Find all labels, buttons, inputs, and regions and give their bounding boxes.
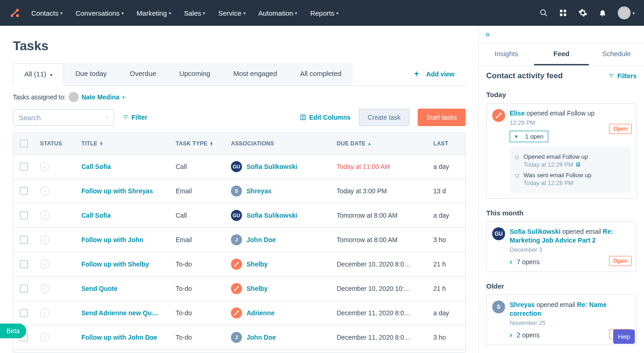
feed-section-today: Today — [486, 86, 637, 103]
notifications-icon[interactable] — [598, 9, 607, 17]
search-icon[interactable] — [540, 9, 548, 17]
status-toggle[interactable] — [40, 260, 49, 269]
row-checkbox[interactable] — [20, 309, 28, 317]
feed-filters-button[interactable]: Filters — [608, 72, 637, 80]
task-title-link[interactable]: Follow up with John — [81, 236, 144, 243]
svg-rect-5 — [564, 10, 566, 12]
row-checkbox[interactable] — [20, 187, 28, 195]
expand-icon[interactable]: › — [510, 331, 512, 339]
status-toggle[interactable] — [40, 162, 49, 171]
task-title-link[interactable]: Call Sofia — [81, 163, 111, 170]
chevron-down-icon: ▾ — [50, 72, 52, 77]
toolbar: Filter Edit Columns Create task Start ta… — [13, 109, 466, 133]
beta-button[interactable]: Beta — [0, 324, 26, 338]
expand-icon[interactable]: › — [510, 258, 512, 266]
chevron-down-icon: ▾ — [169, 11, 171, 16]
view-tab[interactable]: Upcoming — [168, 63, 222, 85]
task-type: To-do — [170, 252, 225, 276]
association-link[interactable]: Sofia Sulikowski — [247, 163, 297, 170]
feed-text: Sofia Sulikowski opened email Re: Market… — [510, 227, 631, 245]
open-count-dropdown[interactable]: ▾ 1 open — [510, 131, 548, 142]
view-tab[interactable]: Due today — [64, 63, 118, 85]
last-cell: 13 d — [428, 179, 465, 203]
nav-item-marketing[interactable]: Marketing ▾ — [137, 9, 171, 17]
status-toggle[interactable] — [40, 186, 49, 196]
association-link[interactable]: Shelby — [247, 260, 268, 268]
nav-item-sales[interactable]: Sales ▾ — [184, 9, 206, 17]
collapse-panel-icon[interactable]: » — [485, 29, 490, 39]
nav-item-automation[interactable]: Automation ▾ — [259, 9, 298, 17]
nav-item-conversations[interactable]: Conversations ▾ — [75, 9, 124, 17]
row-checkbox[interactable] — [20, 260, 28, 268]
right-panel-tab-feed[interactable]: Feed — [534, 43, 589, 65]
right-panel-tab-schedule[interactable]: Schedule — [589, 43, 644, 65]
row-checkbox[interactable] — [20, 284, 28, 293]
contact-link[interactable]: Elise — [510, 110, 525, 117]
help-button[interactable]: Help — [613, 330, 635, 344]
avatar — [492, 109, 505, 122]
association-link[interactable]: Shelby — [247, 285, 268, 292]
open-badge[interactable]: Open — [609, 256, 632, 266]
task-title-link[interactable]: Call Sofia — [81, 212, 111, 219]
svg-rect-9 — [301, 115, 306, 120]
contact-link[interactable]: Sofia Sulikowski — [510, 228, 560, 235]
svg-rect-7 — [564, 14, 566, 16]
row-checkbox[interactable] — [20, 162, 28, 171]
assigned-user-picker[interactable]: Nate Medina ▾ — [69, 92, 124, 102]
header-associations[interactable]: ASSOCIATIONS — [225, 133, 331, 154]
timeline-text: Opened email Follow up — [523, 153, 588, 160]
header-task-type[interactable]: TASK TYPE▲▼ — [170, 133, 225, 154]
status-toggle[interactable] — [40, 308, 49, 318]
task-title-link[interactable]: Follow up with Shreyas — [81, 187, 153, 195]
marketplace-icon[interactable] — [559, 9, 567, 17]
view-tab[interactable]: All completed — [288, 63, 353, 85]
task-title-link[interactable]: Send Adrienne new Qu… — [81, 309, 158, 317]
task-type: To-do — [170, 301, 225, 325]
task-type: Email — [170, 228, 225, 252]
association-link[interactable]: John Doe — [247, 334, 276, 341]
header-title[interactable]: TITLE▲▼ — [76, 133, 170, 154]
due-date: December 10, 2020 10:… — [331, 277, 428, 301]
header-last[interactable]: LAST — [428, 133, 465, 154]
create-task-button[interactable]: Create task — [359, 109, 409, 126]
nav-item-contacts[interactable]: Contacts ▾ — [31, 9, 63, 17]
status-toggle[interactable] — [40, 284, 49, 293]
association-link[interactable]: Shreyas — [247, 187, 271, 195]
edit-columns-button[interactable]: Edit Columns — [300, 114, 351, 121]
settings-icon[interactable] — [578, 8, 587, 17]
contact-link[interactable]: Shreyas — [510, 301, 535, 308]
header-due-date[interactable]: DUE DATE▲ — [331, 133, 428, 154]
table-row: Follow up with LarryTo-doLLarryDecember … — [13, 350, 465, 353]
filter-button[interactable]: Filter — [122, 114, 147, 121]
row-checkbox[interactable] — [20, 211, 28, 220]
right-panel-tab-insights[interactable]: Insights — [479, 43, 534, 65]
view-tab[interactable]: All (11) ▾ — [13, 63, 64, 86]
nav-item-reports[interactable]: Reports ▾ — [310, 9, 339, 17]
view-tab[interactable]: Overdue — [118, 63, 168, 85]
table-row: Follow up with ShelbyTo-doShelbyDecember… — [13, 252, 465, 277]
chevron-down-icon: ▾ — [295, 11, 297, 16]
user-menu[interactable]: ▾ — [618, 6, 635, 19]
right-panel-tabs: InsightsFeedSchedule — [479, 43, 644, 66]
status-toggle[interactable] — [40, 235, 49, 244]
task-title-link[interactable]: Follow up with Shelby — [81, 260, 149, 268]
nav-item-service[interactable]: Service ▾ — [218, 9, 245, 17]
open-badge[interactable]: Open — [609, 124, 632, 134]
search-box[interactable] — [13, 109, 114, 126]
association-link[interactable]: Adrienne — [247, 309, 275, 317]
task-title-link[interactable]: Send Quote — [81, 285, 118, 292]
feed-title: Contact activity feed — [486, 71, 563, 81]
header-status[interactable]: STATUS — [34, 133, 76, 154]
last-cell: 3 ho — [428, 325, 465, 349]
view-tab[interactable]: Most engaged — [222, 63, 288, 85]
status-toggle[interactable] — [40, 211, 49, 220]
task-title-link[interactable]: Follow up with John Doe — [81, 334, 157, 341]
status-toggle[interactable] — [40, 333, 49, 342]
association-link[interactable]: John Doe — [247, 236, 276, 243]
association-link[interactable]: Sofia Sulikowski — [247, 212, 297, 219]
row-checkbox[interactable] — [20, 236, 28, 244]
start-tasks-button[interactable]: Start tasks — [418, 109, 466, 126]
search-input[interactable] — [19, 114, 106, 122]
select-all-checkbox[interactable] — [20, 139, 28, 148]
add-view-button[interactable]: + Add view — [403, 63, 466, 85]
